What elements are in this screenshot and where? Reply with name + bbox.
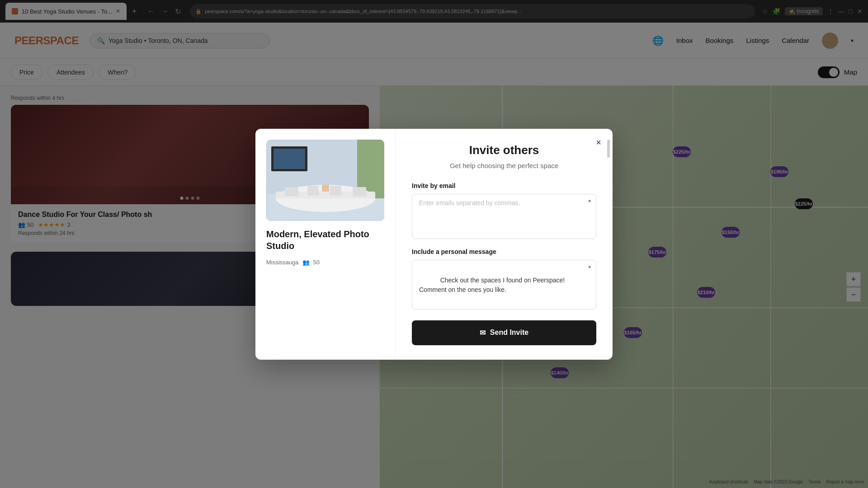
- modal-overlay: ×: [0, 0, 868, 488]
- people-icon: 👥: [302, 259, 310, 266]
- message-textarea[interactable]: [412, 260, 596, 310]
- modal-venue-panel: Modern, Elevated Photo Studio Mississaug…: [255, 129, 396, 360]
- svg-rect-8: [307, 186, 319, 196]
- message-section-label: Include a personal message: [412, 248, 596, 255]
- send-invite-button[interactable]: ✉ Send Invite: [412, 320, 596, 345]
- email-send-icon: ✉: [480, 328, 486, 337]
- modal-close-button[interactable]: ×: [592, 136, 605, 150]
- invite-modal: ×: [255, 129, 613, 360]
- venue-location: Mississauga: [266, 259, 299, 266]
- message-input-wrapper: Check out the spaces I found on Peerspac…: [412, 260, 596, 311]
- required-indicator: *: [589, 264, 591, 272]
- modal-scrollbar[interactable]: [607, 129, 611, 360]
- email-section-label: Invite by email: [412, 182, 596, 189]
- modal-venue-image: [266, 140, 384, 221]
- scrollbar-thumb: [607, 140, 610, 158]
- venue-image-placeholder: [266, 140, 384, 221]
- venue-capacity: 50: [313, 259, 320, 266]
- venue-meta: Mississauga 👥 50: [266, 259, 384, 266]
- svg-rect-7: [285, 187, 298, 196]
- svg-rect-9: [330, 186, 341, 196]
- email-input-wrapper: Enter emails separated by commas. *: [412, 194, 596, 239]
- svg-rect-11: [322, 185, 329, 192]
- email-section: Invite by email Enter emails separated b…: [412, 182, 596, 239]
- modal-subtitle: Get help choosing the perfect space: [412, 162, 596, 169]
- svg-rect-10: [353, 187, 366, 196]
- email-input[interactable]: [412, 194, 596, 239]
- modal-form-panel: Invite others Get help choosing the perf…: [396, 129, 613, 360]
- send-invite-label: Send Invite: [490, 328, 528, 337]
- required-indicator: *: [589, 198, 591, 206]
- svg-rect-3: [274, 149, 305, 169]
- modal-title: Invite others: [412, 143, 596, 157]
- message-section: Include a personal message Check out the…: [412, 248, 596, 311]
- venue-title: Modern, Elevated Photo Studio: [266, 228, 384, 252]
